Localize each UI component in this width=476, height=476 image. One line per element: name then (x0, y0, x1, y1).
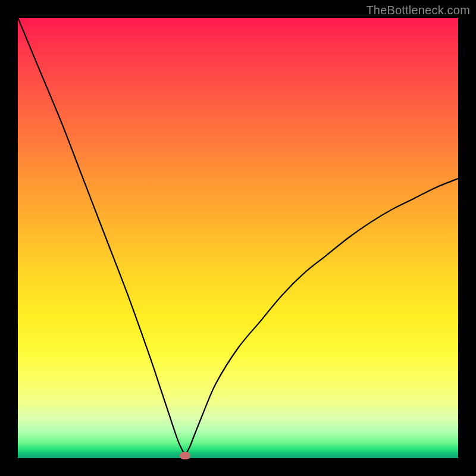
chart-plot-area (18, 18, 458, 458)
bottleneck-curve (18, 18, 458, 458)
